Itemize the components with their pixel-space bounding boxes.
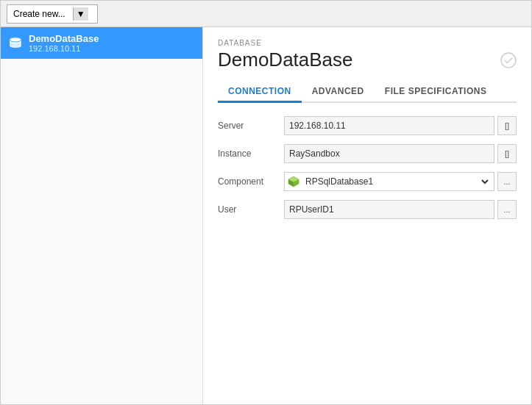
sidebar-item-info: DemoDataBase 192.168.10.11 xyxy=(29,33,99,53)
instance-field-row: [] xyxy=(284,144,517,163)
create-new-button[interactable]: Create new... ▼ xyxy=(7,4,98,24)
user-field-row: ... xyxy=(284,200,517,219)
check-circle-icon xyxy=(500,52,517,68)
user-browse-button[interactable]: ... xyxy=(497,200,517,219)
connection-form: Server [] Instance [] Component xyxy=(218,116,517,219)
tab-advanced[interactable]: ADVANCED xyxy=(302,82,375,103)
component-select-wrapper: RPSqlDatabase1 xyxy=(284,172,494,191)
component-select[interactable]: RPSqlDatabase1 xyxy=(302,176,491,187)
component-field-row: RPSqlDatabase1 ... xyxy=(284,172,517,191)
tab-connection[interactable]: CONNECTION xyxy=(218,82,302,103)
sidebar-item-name: DemoDataBase xyxy=(29,33,99,44)
component-label: Component xyxy=(218,176,284,187)
instance-expand-button[interactable]: [] xyxy=(497,144,517,163)
db-title-row: DemoDataBase xyxy=(218,49,517,71)
sidebar-item-demodb[interactable]: DemoDataBase 192.168.10.11 xyxy=(1,27,202,59)
user-label: User xyxy=(218,204,284,215)
component-browse-button[interactable]: ... xyxy=(497,172,517,191)
server-expand-button[interactable]: [] xyxy=(497,116,517,135)
database-icon xyxy=(8,36,23,51)
instance-label: Instance xyxy=(218,148,284,159)
content-area: DATABASE DemoDataBase CONNECTION ADVANCE… xyxy=(203,27,531,405)
sidebar-item-ip: 192.168.10.11 xyxy=(29,44,99,53)
component-icon xyxy=(288,176,299,187)
dropdown-arrow-icon[interactable]: ▼ xyxy=(73,7,88,21)
svg-point-2 xyxy=(501,53,516,68)
server-input[interactable] xyxy=(284,116,494,135)
main-layout: DemoDataBase 192.168.10.11 DATABASE Demo… xyxy=(1,27,531,405)
user-input[interactable] xyxy=(284,200,494,219)
instance-input[interactable] xyxy=(284,144,494,163)
db-title: DemoDataBase xyxy=(218,49,353,71)
tabs: CONNECTION ADVANCED FILE SPECIFICATIONS xyxy=(218,82,517,103)
sidebar: DemoDataBase 192.168.10.11 xyxy=(1,27,203,405)
tab-file-specifications[interactable]: FILE SPECIFICATIONS xyxy=(375,82,497,103)
create-new-label: Create new... xyxy=(13,9,65,19)
server-field-row: [] xyxy=(284,116,517,135)
server-label: Server xyxy=(218,121,284,131)
db-section-label: DATABASE xyxy=(218,39,517,47)
toolbar: Create new... ▼ xyxy=(1,1,531,27)
